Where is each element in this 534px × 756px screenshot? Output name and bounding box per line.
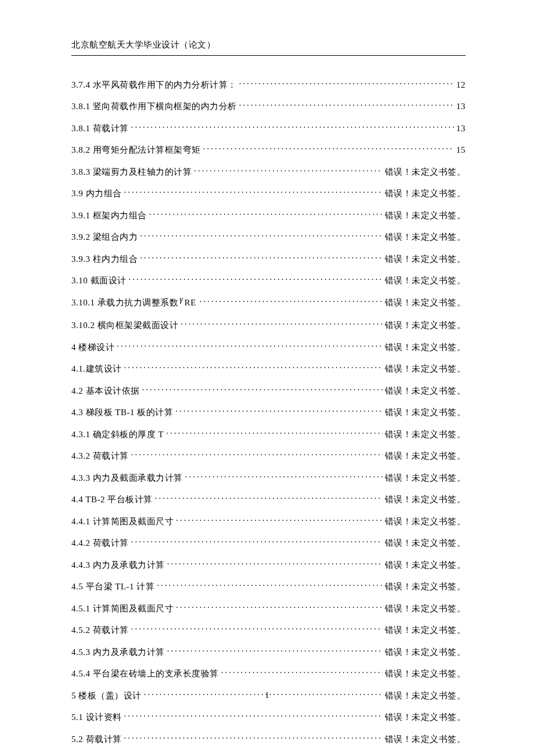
toc-entry: 3.9.2 梁组合内力错误！未定义书签。: [71, 231, 466, 244]
toc-leader-dots: [239, 78, 454, 88]
toc-entry-page: 13: [456, 100, 466, 113]
toc-entry-page: 15: [456, 143, 466, 156]
toc-entry: 3.8.2 用弯矩分配法计算框架弯矩15: [71, 143, 466, 157]
toc-entry: 4.4.1 计算简图及截面尺寸错误！未定义书签。: [71, 514, 466, 528]
toc-entry-title: 4.4 TB-2 平台板计算: [71, 493, 153, 506]
toc-entry: 4.1.建筑设计错误！未定义书签。: [71, 362, 466, 376]
toc-entry: 4 楼梯设计错误！未定义书签。: [71, 340, 466, 354]
toc-leader-dots: [155, 493, 383, 503]
page-header: 北京航空航天大学毕业设计（论文）: [71, 39, 466, 56]
toc-entry: 3.8.1 荷载计算13: [71, 121, 466, 135]
toc-leader-dots: [124, 362, 383, 372]
toc-leader-dots: [124, 732, 383, 742]
toc-entry-page: 错误！未定义书签。: [385, 253, 466, 265]
toc-title-pre: 3.10.1 承载力抗力调整系数: [71, 298, 178, 307]
toc-leader-dots: [167, 645, 383, 655]
toc-entry: 3.10.2 横向框架梁截面设计错误！未定义书签。: [71, 319, 466, 332]
toc-entry-title: 3.9.1 框架内力组合: [71, 209, 147, 222]
toc-entry-title: 3.9 内力组合: [71, 187, 122, 200]
toc-entry-title: 4.3.1 确定斜板的厚度 T: [71, 428, 164, 441]
toc-entry-page: 错误！未定义书签。: [385, 646, 466, 658]
toc-entry-page: 错误！未定义书签。: [385, 296, 466, 309]
toc-entry: 4.5.1 计算简图及截面尺寸错误！未定义书签。: [71, 602, 466, 615]
toc-entry: 4.4.2 荷载计算错误！未定义书签。: [71, 537, 466, 550]
toc-entry-page: 错误！未定义书签。: [385, 667, 466, 680]
toc-leader-dots: [140, 252, 382, 262]
toc-entry: 4.4 TB-2 平台板计算错误！未定义书签。: [71, 493, 466, 506]
header-title: 北京航空航天大学毕业设计（论文）: [71, 40, 215, 49]
toc-entry-page: 错误！未定义书签。: [385, 165, 466, 178]
toc-entry: 4.5.4 平台梁在砖墙上的支承长度验算错误！未定义书签。: [71, 667, 466, 681]
toc-leader-dots: [131, 624, 383, 633]
toc-entry-title: 4.2 基本设计依据: [71, 384, 140, 397]
table-of-contents: 3.7.4 水平风荷载作用下的内力分析计算：123.8.1 竖向荷载作用下横向框…: [71, 78, 466, 746]
toc-entry: 4.3.2 荷载计算错误！未定义书签。: [71, 449, 466, 463]
toc-entry-page: 错误！未定义书签。: [385, 187, 466, 200]
toc-leader-dots: [176, 514, 382, 524]
toc-entry: 4.3.3 内力及截面承载力计算错误！未定义书签。: [71, 471, 466, 484]
toc-entry-page: 错误！未定义书签。: [385, 384, 466, 397]
toc-entry-page: 错误！未定义书签。: [385, 537, 466, 549]
toc-entry-title: 4.1.建筑设计: [71, 362, 122, 375]
gamma-subscript: RE: [185, 298, 196, 307]
toc-entry: 4.5.3 内力及承载力计算错误！未定义书签。: [71, 645, 466, 658]
page-number-value: 1: [265, 691, 269, 700]
toc-entry-title: 4.4.1 计算简图及截面尺寸: [71, 515, 174, 528]
toc-leader-dots: [166, 427, 382, 437]
toc-entry-title: 3.8.3 梁端剪力及柱轴力的计算: [71, 165, 192, 178]
toc-entry-page: 错误！未定义书签。: [385, 319, 466, 332]
toc-entry-page: 错误！未定义书签。: [385, 209, 466, 222]
toc-entry: 4.3.1 确定斜板的厚度 T错误！未定义书签。: [71, 427, 466, 441]
toc-leader-dots: [140, 231, 382, 240]
toc-leader-dots: [181, 319, 382, 329]
toc-entry-page: 错误！未定义书签。: [385, 231, 466, 243]
toc-entry-page: 12: [456, 78, 466, 91]
toc-entry: 4.4.3 内力及承载力计算错误！未定义书签。: [71, 558, 466, 571]
toc-entry-page: 错误！未定义书签。: [385, 406, 466, 419]
toc-entry-page: 错误！未定义书签。: [385, 274, 466, 287]
toc-entry-page: 13: [456, 122, 466, 135]
toc-leader-dots: [157, 580, 382, 590]
toc-leader-dots: [239, 100, 454, 110]
toc-entry-page: 错误！未定义书签。: [385, 624, 466, 636]
toc-entry-page: 错误！未定义书签。: [385, 711, 466, 723]
toc-entry-title: 4.5.1 计算简图及截面尺寸: [71, 602, 174, 615]
toc-leader-dots: [194, 165, 382, 175]
toc-entry-title: 4 楼梯设计: [71, 341, 114, 354]
toc-entry: 3.9.1 框架内力组合错误！未定义书签。: [71, 208, 466, 222]
document-page: 北京航空航天大学毕业设计（论文） 3.7.4 水平风荷载作用下的内力分析计算：1…: [0, 0, 534, 756]
toc-entry-title: 4.3.3 内力及截面承载力计算: [71, 471, 183, 484]
toc-entry-title: 3.10.2 横向框架梁截面设计: [71, 319, 178, 332]
toc-entry-title: 5.1 设计资料: [71, 711, 122, 723]
toc-entry-page: 错误！未定义书签。: [385, 341, 466, 354]
toc-entry: 3.10 截面设计错误！未定义书签。: [71, 274, 466, 287]
toc-leader-dots: [175, 406, 382, 416]
toc-entry-page: 错误！未定义书签。: [385, 559, 466, 571]
toc-entry: 5.1 设计资料错误！未定义书签。: [71, 711, 466, 724]
toc-entry-title: 4.4.2 荷载计算: [71, 537, 129, 549]
toc-entry: 4.5.2 荷载计算错误！未定义书签。: [71, 624, 466, 637]
toc-entry-page: 错误！未定义书签。: [385, 733, 466, 746]
toc-leader-dots: [124, 187, 383, 197]
toc-leader-dots: [203, 143, 454, 153]
toc-entry-title: 3.10.1 承载力抗力调整系数γRE: [71, 296, 197, 309]
gamma-symbol-icon: γ: [179, 294, 183, 304]
toc-leader-dots: [117, 340, 382, 350]
toc-entry-title: 4.5.4 平台梁在砖墙上的支承长度验算: [71, 667, 219, 680]
toc-entry: 3.7.4 水平风荷载作用下的内力分析计算：12: [71, 78, 466, 91]
toc-entry: 3.8.3 梁端剪力及柱轴力的计算错误！未定义书签。: [71, 165, 466, 178]
toc-entry-title: 4.5.2 荷载计算: [71, 624, 129, 636]
toc-leader-dots: [149, 208, 383, 218]
toc-entry-title: 3.9.2 梁组合内力: [71, 231, 138, 243]
toc-entry-title: 4.3 梯段板 TB-1 板的计算: [71, 406, 173, 419]
toc-entry-title: 4.5 平台梁 TL-1 计算: [71, 580, 154, 593]
toc-entry-title: 3.8.1 竖向荷载作用下横向框架的内力分析: [71, 100, 237, 113]
toc-entry-page: 错误！未定义书签。: [385, 602, 466, 615]
toc-entry-title: 3.7.4 水平风荷载作用下的内力分析计算：: [71, 78, 237, 91]
toc-leader-dots: [124, 711, 383, 721]
toc-entry: 3.10.1 承载力抗力调整系数γRE错误！未定义书签。: [71, 296, 466, 309]
toc-entry-title: 5.2 荷载计算: [71, 733, 122, 746]
toc-entry-page: 错误！未定义书签。: [385, 493, 466, 506]
toc-entry-page: 错误！未定义书签。: [385, 428, 466, 441]
toc-leader-dots: [131, 537, 383, 546]
